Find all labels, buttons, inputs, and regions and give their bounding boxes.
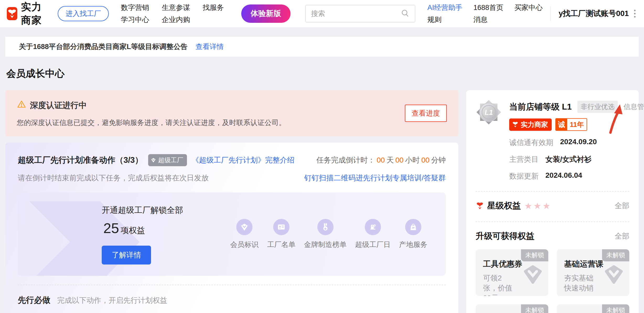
countdown-days: 00 (377, 156, 385, 164)
locked-shield-icon (604, 264, 624, 285)
bull-logo-icon (7, 7, 17, 20)
alert-body: 您的深度认证信息已提交，避免影响服务进度，请关注认证进度，及时联系认证公司。 (17, 118, 447, 127)
factory-day-icon (365, 219, 381, 235)
unlock-text-block: 开通超级工厂解锁全部25项权益 了解详情 (102, 204, 201, 265)
search-input[interactable] (311, 10, 401, 18)
announcement-text: 关于1688平台部分消费品类目商家L等级目标调整公告 (19, 42, 188, 51)
badge-row: 实力商家 诚 11年 (509, 118, 629, 131)
try-new-version-button[interactable]: 体验新版 (241, 4, 291, 23)
info-row-updated: 数据更新 2024.06.04 (509, 171, 629, 181)
link-rules[interactable]: 规则 (427, 15, 463, 24)
left-column: 深度认证进行中 您的深度认证信息已提交，避免影响服务进度，请关注认证进度，及时联… (5, 90, 458, 313)
nav-find-services[interactable]: 找服务 (203, 3, 224, 12)
countdown-hours: 00 (395, 156, 404, 164)
link-ai-assistant[interactable]: AI经营助手 (427, 3, 463, 12)
announcement-detail-link[interactable]: 查看详情 (196, 42, 224, 51)
benefit-card-basic-course[interactable]: 未解锁 基础运营课 夯实基础快速动销 (557, 249, 629, 296)
strength-merchant-badge: 实力商家 (509, 118, 552, 131)
member-badge-icon (236, 219, 253, 235)
account-name[interactable]: y找工厂测试账号001 (559, 8, 629, 19)
chengxintong-icon: 诚 (556, 119, 567, 130)
industry-tag: 非行业优选 (577, 101, 618, 113)
alert-title-row: 深度认证进行中 (17, 100, 447, 111)
star-all-link[interactable]: 全部 (615, 201, 629, 211)
warning-icon (17, 100, 26, 111)
store-profile-info: 当前店铺等级 L1 非行业优选 信息管理 实力商家 诚 11年 (509, 99, 629, 181)
benefit-origin-service: 产地服务 (399, 219, 427, 249)
link-messages[interactable]: 消息 (473, 15, 503, 24)
nav-learning-center[interactable]: 学习中心 (121, 15, 149, 24)
level-row: 当前店铺等级 L1 非行业优选 信息管理 (509, 101, 629, 113)
chengxintong-years: 11年 (567, 119, 587, 130)
dingtalk-link[interactable]: 钉钉扫描二维码进先行计划专属培训/答疑群 (304, 173, 446, 183)
locked-shield-icon (523, 264, 543, 285)
upgrade-benefits-row: 升级可获得权益 全部 (476, 230, 629, 242)
star-benefits-title: 星级权益 (476, 200, 521, 212)
svg-text:L1: L1 (485, 109, 493, 116)
plan-header: 超级工厂先行计划准备动作（3/3） 超级工厂 《超级工厂先行计划》完整介绍 任务… (18, 154, 446, 166)
benefit-super-factory-day: 超级工厂日 (355, 219, 390, 249)
kebab-menu-icon[interactable] (633, 9, 637, 19)
nav-enterprise-purchase[interactable]: 企业内购 (162, 15, 190, 24)
link-buyer-center[interactable]: 买家中心 (514, 3, 543, 12)
unlock-count: 25 (103, 220, 119, 236)
super-factory-badge: 超级工厂 (148, 154, 187, 166)
mustdo-desc: 完成以下动作，开启先行计划权益 (57, 295, 167, 305)
announcement-bar: 关于1688平台部分消费品类目商家L等级目标调整公告 查看详情 (5, 37, 639, 57)
mustdo-row: 先行必做 完成以下动作，开启先行计划权益 (18, 295, 446, 306)
countdown-minutes: 00 (421, 156, 430, 164)
level-medal-icon: L1 (476, 99, 502, 181)
info-row-validity: 诚信通有效期 2024.09.20 (509, 138, 629, 148)
super-factory-badge-label: 超级工厂 (158, 156, 183, 164)
star-rating-icons: ★★★ (524, 201, 552, 211)
info-manage-link[interactable]: 信息管理 (624, 102, 644, 111)
enter-factory-button[interactable]: 进入找工厂 (58, 6, 109, 21)
store-level-title: 当前店铺等级 L1 (509, 101, 572, 113)
shopping-bag-icon (405, 219, 421, 235)
search-box[interactable] (305, 5, 415, 23)
countdown-label: 任务完成倒计时： (316, 156, 375, 164)
nav-digital-marketing[interactable]: 数字营销 (121, 3, 149, 12)
plan-title: 超级工厂先行计划准备动作（3/3） (18, 155, 143, 166)
store-profile: L1 当前店铺等级 L1 非行业优选 信息管理 实力商家 (476, 99, 629, 181)
benefit-member-badge: 会员标识 (230, 219, 259, 249)
plan-subtitle: 请在倒计时结束前完成以下任务，完成后权益将在次日发放 (18, 173, 209, 183)
divider (476, 222, 629, 222)
right-column: L1 当前店铺等级 L1 非行业优选 信息管理 实力商家 (466, 90, 639, 313)
benefit-card-tool-coupon[interactable]: 未解锁 工具优惠券 可领2张，价值20元 (476, 249, 548, 296)
top-header: 实力商家 进入找工厂 数字营销 生意参谋 找服务 学习中心 企业内购 体验新版 … (0, 0, 644, 27)
header-account-area: y找工厂测试账号001 (543, 6, 637, 21)
logo-text: 实力商家 (21, 0, 46, 27)
page-title: 会员成长中心 (6, 67, 644, 80)
factory-list-icon (273, 219, 289, 235)
super-factory-plan-card: 超级工厂先行计划准备动作（3/3） 超级工厂 《超级工厂先行计划》完整介绍 任务… (5, 143, 458, 313)
upgrade-all-link[interactable]: 全部 (615, 231, 629, 241)
plan-subheader: 请在倒计时结束前完成以下任务，完成后权益将在次日发放 钉钉扫描二维码进先行计划专… (18, 173, 446, 183)
info-row-category: 主营类目 女装/女式衬衫 (509, 154, 629, 164)
benefit-card-search-recommend[interactable]: 未解锁 搜索推荐 资源加权扶持机会 (557, 304, 629, 313)
certification-alert: 深度认证进行中 您的深度认证信息已提交，避免影响服务进度，请关注认证进度，及时联… (5, 90, 458, 136)
link-1688-home[interactable]: 1688首页 (473, 3, 503, 12)
star-benefits-row: 星级权益 ★★★ 全部 (476, 200, 629, 212)
plan-intro-link[interactable]: 《超级工厂先行计划》完整介绍 (192, 155, 294, 165)
search-icon[interactable] (401, 9, 410, 19)
unlock-text: 开通超级工厂解锁全部25项权益 (102, 204, 201, 239)
upgrade-benefits-title: 升级可获得权益 (476, 230, 534, 242)
benefit-factory-list: 工厂名单 (267, 219, 296, 249)
nav-business-advisor[interactable]: 生意参谋 (162, 3, 190, 12)
countdown: 任务完成倒计时：00天00小时00分钟 (316, 155, 446, 165)
medal-icon (317, 219, 334, 235)
mustdo-title: 先行必做 (18, 295, 50, 306)
divider (18, 285, 446, 285)
quick-links: AI经营助手 1688首页 买家中心 规则 消息 (427, 3, 543, 24)
bull-icon (476, 202, 484, 210)
benefit-card-store-treasure[interactable]: 未解锁 镇店之宝 2个配额 (476, 304, 548, 313)
learn-more-button[interactable]: 了解详情 (102, 246, 151, 265)
chengxintong-badge: 诚 11年 (555, 118, 587, 131)
logo[interactable]: 实力商家 (7, 0, 46, 27)
unlock-benefits-panel: 开通超级工厂解锁全部25项权益 了解详情 会员标识 工厂名单 (18, 192, 446, 276)
view-progress-button[interactable]: 查看进度 (405, 105, 447, 122)
upgrade-benefit-grid: 未解锁 工具优惠券 可领2张，价值20元 未解锁 基础运营课 夯实基础快速动销 (476, 249, 629, 313)
divider (476, 191, 629, 192)
benefit-gold-medal-list: 金牌制造榜单 (304, 219, 347, 249)
